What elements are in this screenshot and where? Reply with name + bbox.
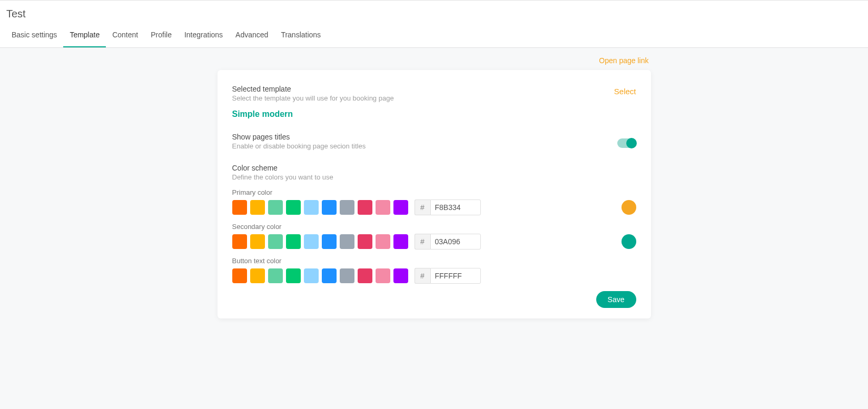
- secondary-hex-input[interactable]: [430, 234, 481, 250]
- button-text-hex-input[interactable]: [430, 268, 481, 284]
- color-swatch[interactable]: [376, 268, 390, 283]
- save-button[interactable]: Save: [596, 291, 636, 308]
- tab-advanced[interactable]: Advanced: [229, 24, 274, 47]
- color-swatch[interactable]: [322, 268, 337, 283]
- color-swatch[interactable]: [322, 200, 337, 215]
- color-swatch[interactable]: [358, 200, 372, 215]
- selected-template-title: Selected template: [232, 85, 394, 93]
- section-color-scheme: Color scheme Define the colors you want …: [232, 164, 636, 181]
- color-swatch[interactable]: [340, 200, 354, 215]
- color-swatch[interactable]: [250, 200, 265, 215]
- color-swatch[interactable]: [304, 200, 319, 215]
- tab-template[interactable]: Template: [63, 24, 106, 47]
- color-swatch[interactable]: [286, 268, 301, 283]
- color-swatch[interactable]: [358, 234, 372, 249]
- show-titles-title: Show pages titles: [232, 133, 366, 141]
- color-swatch[interactable]: [232, 234, 247, 249]
- toggle-knob: [626, 138, 637, 148]
- settings-card: Selected template Select the template yo…: [218, 70, 651, 318]
- color-swatch[interactable]: [358, 268, 372, 283]
- color-swatch[interactable]: [304, 268, 319, 283]
- color-swatch[interactable]: [376, 200, 390, 215]
- primary-color-label: Primary color: [232, 188, 636, 196]
- primary-hex-input[interactable]: [430, 199, 481, 215]
- open-page-link[interactable]: Open page link: [599, 56, 648, 65]
- color-swatch[interactable]: [286, 200, 301, 215]
- open-page-link-row: Open page link: [218, 48, 651, 70]
- show-titles-subtitle: Enable or disable booking page secion ti…: [232, 142, 366, 150]
- button-text-color-row: #: [232, 268, 636, 284]
- color-swatch[interactable]: [268, 268, 283, 283]
- hash-label: #: [415, 234, 430, 250]
- tab-content[interactable]: Content: [106, 24, 144, 47]
- secondary-color-label: Secondary color: [232, 223, 636, 231]
- color-swatch[interactable]: [268, 200, 283, 215]
- actions-row: Save: [232, 291, 636, 308]
- primary-color-group: Primary color #: [232, 188, 636, 215]
- selected-template-name: Simple modern: [232, 109, 636, 119]
- section-selected-template: Selected template Select the template yo…: [232, 85, 636, 119]
- color-swatch[interactable]: [340, 234, 354, 249]
- tab-translations[interactable]: Translations: [274, 24, 327, 47]
- primary-color-row: #: [232, 199, 636, 215]
- color-swatch[interactable]: [268, 234, 283, 249]
- selected-template-subtitle: Select the template you will use for you…: [232, 94, 394, 102]
- page-title: Test: [0, 1, 868, 24]
- secondary-color-row: #: [232, 234, 636, 250]
- select-template-button[interactable]: Select: [614, 85, 636, 96]
- primary-preview-dot: [622, 200, 636, 215]
- hash-label: #: [415, 268, 430, 284]
- color-scheme-subtitle: Define the colors you want to use: [232, 173, 636, 181]
- secondary-hex-group: #: [415, 234, 481, 250]
- color-scheme-title: Color scheme: [232, 164, 636, 172]
- button-text-color-group: Button text color #: [232, 257, 636, 284]
- color-swatch[interactable]: [393, 234, 408, 249]
- color-swatch[interactable]: [286, 234, 301, 249]
- color-swatch[interactable]: [393, 268, 408, 283]
- tab-profile[interactable]: Profile: [144, 24, 178, 47]
- button-text-color-label: Button text color: [232, 257, 636, 265]
- section-show-titles: Show pages titles Enable or disable book…: [232, 133, 636, 150]
- color-swatch[interactable]: [376, 234, 390, 249]
- hash-label: #: [415, 199, 430, 215]
- color-swatch[interactable]: [232, 200, 247, 215]
- color-swatch[interactable]: [304, 234, 319, 249]
- color-swatch[interactable]: [393, 200, 408, 215]
- tab-integrations[interactable]: Integrations: [178, 24, 229, 47]
- secondary-color-group: Secondary color #: [232, 223, 636, 250]
- topbar: Test Basic settings Template Content Pro…: [0, 0, 868, 48]
- content-area: Open page link Selected template Select …: [0, 48, 868, 318]
- primary-hex-group: #: [415, 199, 481, 215]
- color-swatch[interactable]: [340, 268, 354, 283]
- tab-basic-settings[interactable]: Basic settings: [5, 24, 63, 47]
- color-swatch[interactable]: [322, 234, 337, 249]
- color-swatch[interactable]: [232, 268, 247, 283]
- tabs: Basic settings Template Content Profile …: [0, 24, 868, 47]
- color-swatch[interactable]: [250, 234, 265, 249]
- color-swatch[interactable]: [250, 268, 265, 283]
- secondary-preview-dot: [622, 234, 636, 249]
- button-text-hex-group: #: [415, 268, 481, 284]
- show-titles-toggle[interactable]: [617, 138, 636, 148]
